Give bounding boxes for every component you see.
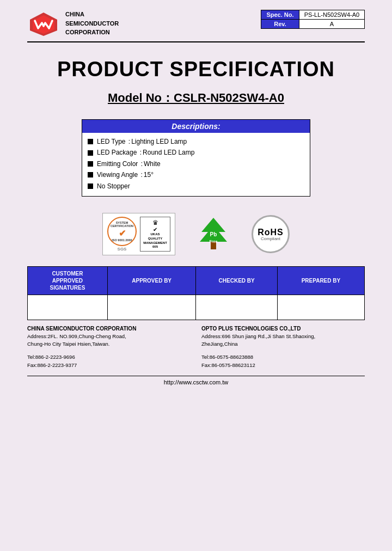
footer-right: OPTO PLUS TECHNOLOGIES CO.,LTD Address:6…	[201, 326, 365, 369]
title-section: PRODUCT SPECIFICATION Model No：CSLR-N502…	[27, 58, 365, 106]
desc-row-4: Viewing Angle : 15°	[88, 169, 304, 180]
footer-right-company: OPTO PLUS TECHNOLOGIES CO.,LTD	[201, 326, 365, 332]
sig-col4-header: PREPARED BY	[277, 267, 364, 295]
company-logo	[27, 10, 60, 37]
footer-left-company: CHINA SEMICONDUCTOR CORPORATION	[27, 326, 191, 332]
desc-body: LED Type : Lighting LED Lamp LED Package…	[82, 133, 310, 196]
sig-cell-4	[277, 295, 364, 320]
rev-value: A	[299, 20, 365, 29]
footer-right-tel: Tel:86-0575-88623888	[201, 353, 365, 361]
iso-circle: SYSTEMCERTIFICATION ✔ ISO 9001:2000	[107, 217, 137, 246]
desc-sep-1: :	[126, 136, 130, 147]
bullet-4	[88, 172, 93, 177]
desc-row-2: LED Package : Round LED Lamp	[88, 147, 304, 158]
bullet-5	[88, 183, 93, 189]
sgs-logo: SYSTEMCERTIFICATION ✔ ISO 9001:2000 SGS	[107, 217, 137, 252]
footer-info: CHINA SEMICONDUCTOR CORPORATION Address:…	[27, 326, 365, 369]
desc-value-2: Round LED Lamp	[143, 147, 194, 158]
descriptions-box: Descriptions: LED Type : Lighting LED La…	[82, 119, 310, 197]
footer-left-tel: Tel:886-2-2223-9696	[27, 353, 191, 361]
footer-right-fax: Fax:86-0575-88623112	[201, 361, 365, 369]
company-name-text: CHINA SEMICONDUCTOR CORPORATION	[65, 10, 119, 37]
iso-std-text: ISO 9001:2000	[112, 238, 132, 242]
svg-text:Free: Free	[210, 240, 218, 243]
desc-sep-3: :	[139, 158, 143, 169]
desc-value-3: White	[144, 158, 161, 169]
crown-icon: ♛	[143, 219, 167, 226]
page: CHINA SEMICONDUCTOR CORPORATION Spec. No…	[11, 0, 381, 534]
bullet-2	[88, 150, 93, 156]
iso-checkmark: ✔	[119, 228, 126, 238]
iso-inner-text: SYSTEMCERTIFICATION	[111, 221, 133, 228]
sig-cell-1	[28, 295, 108, 320]
desc-label-3: Emitting Color	[97, 158, 138, 169]
footer-left-contact: Tel:886-2-2223-9696 Fax:886-2-2223-9377	[27, 353, 191, 369]
desc-row-5: No Stopper	[88, 181, 304, 192]
footer-left: CHINA SEMICONDUCTOR CORPORATION Address:…	[27, 326, 191, 369]
footer-right-address: Address:696 Shun jiang Rd.,Ji Shan St.Sh…	[201, 333, 365, 348]
rohs-compliant-text: Compliant	[261, 236, 280, 241]
rohs-badge: RoHS Compliant	[252, 215, 290, 253]
desc-value-1: Lighting LED Lamp	[131, 136, 187, 147]
signatures-section: CUSTOMERAPPROVEDSIGNATURES APPROVED BY C…	[27, 266, 365, 320]
footer-left-fax: Fax:886-2-2223-9377	[27, 361, 191, 369]
sig-col2-header: APPROVED BY	[107, 267, 196, 295]
footer-right-contact: Tel:86-0575-88623888 Fax:86-0575-8862311…	[201, 353, 365, 369]
desc-label-2: LED Package	[97, 147, 137, 158]
desc-sep-4: :	[139, 169, 143, 180]
footer-left-address: Address:2FL. NO.909,Chung-Cheng Road, Ch…	[27, 333, 191, 348]
sig-cell-3	[196, 295, 277, 320]
bullet-1	[88, 139, 93, 144]
tree-icon: Pb Free	[197, 217, 230, 252]
footer-right-addr2: ZheJiang,China	[201, 340, 365, 348]
header-left: CHINA SEMICONDUCTOR CORPORATION	[27, 10, 119, 37]
spec-no-label: Spec. No.	[261, 10, 299, 20]
signatures-table: CUSTOMERAPPROVEDSIGNATURES APPROVED BY C…	[27, 266, 365, 320]
footer-right-addr1: Address:696 Shun jiang Rd.,Ji Shan St.Sh…	[201, 333, 365, 340]
sgs-text: SGS	[118, 247, 127, 252]
rev-label: Rev.	[261, 20, 299, 29]
model-number: Model No：CSLR-N502SW4-A0	[27, 90, 365, 106]
bullet-3	[88, 161, 93, 167]
pb-free-badge: Pb Free	[197, 217, 230, 252]
desc-row-3: Emitting Color : White	[88, 158, 304, 169]
sig-cell-2	[107, 295, 196, 320]
desc-label-5: No Stopper	[97, 181, 130, 192]
sig-col3-header: CHECKED BY	[196, 267, 277, 295]
desc-label-4: Viewing Angle	[97, 169, 138, 180]
sgs-ukas-box: SYSTEMCERTIFICATION ✔ ISO 9001:2000 SGS …	[102, 213, 175, 255]
spec-no-value: PS-LL-N502SW4-A0	[299, 10, 365, 20]
bottom-bar: http://www.csctw.com.tw	[27, 376, 365, 385]
header: CHINA SEMICONDUCTOR CORPORATION Spec. No…	[27, 10, 365, 42]
footer-left-addr2: Chung-Ho City Taipei Hsien,Taiwan.	[27, 340, 191, 348]
desc-sep-2: :	[138, 147, 142, 158]
sig-col1-header: CUSTOMERAPPROVEDSIGNATURES	[28, 267, 108, 295]
ukas-check: ✔	[143, 226, 167, 232]
ukas-box: ♛ ✔ UKASQUALITYMANAGEMENT005	[140, 217, 170, 252]
desc-label-1: LED Type	[97, 136, 125, 147]
desc-header: Descriptions:	[82, 120, 310, 133]
desc-value-4: 15°	[144, 169, 154, 180]
main-title: PRODUCT SPECIFICATION	[27, 58, 365, 81]
cert-section: SYSTEMCERTIFICATION ✔ ISO 9001:2000 SGS …	[27, 213, 365, 255]
spec-table: Spec. No. PS-LL-N502SW4-A0 Rev. A	[261, 10, 365, 29]
website-url: http://www.csctw.com.tw	[164, 379, 229, 385]
svg-text:Pb: Pb	[210, 231, 217, 237]
footer-left-addr1: Address:2FL. NO.909,Chung-Cheng Road,	[27, 333, 191, 340]
ukas-text: UKASQUALITYMANAGEMENT005	[143, 232, 167, 249]
desc-row-1: LED Type : Lighting LED Lamp	[88, 136, 304, 147]
